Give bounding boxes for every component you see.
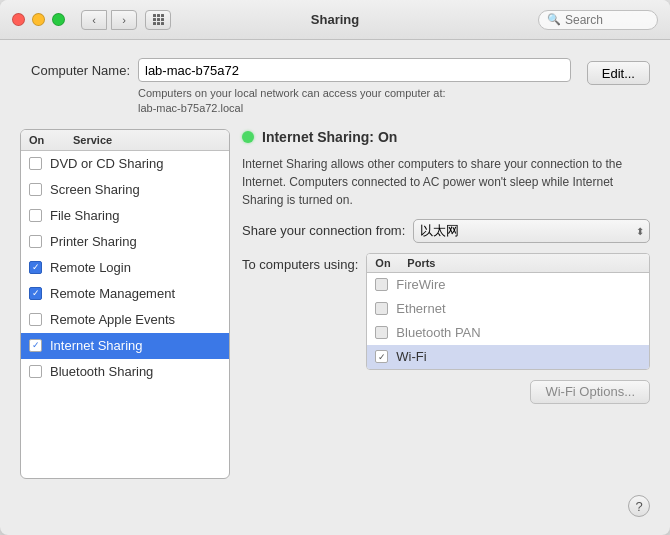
- port-name: Wi-Fi: [396, 349, 426, 364]
- minimize-button[interactable]: [32, 13, 45, 26]
- port-name: Bluetooth PAN: [396, 325, 480, 340]
- sharing-status: Internet Sharing: On: [242, 129, 650, 145]
- remote-apple-events-checkbox[interactable]: [29, 313, 42, 326]
- service-name: Internet Sharing: [50, 338, 143, 353]
- service-name: Remote Login: [50, 260, 131, 275]
- status-title: Internet Sharing: On: [262, 129, 397, 145]
- grid-view-button[interactable]: [145, 10, 171, 30]
- service-col-on: On: [29, 134, 57, 146]
- service-list: On Service DVD or CD Sharing Screen Shar…: [20, 129, 230, 479]
- list-item[interactable]: DVD or CD Sharing: [21, 151, 229, 177]
- wifi-checkbox[interactable]: [375, 350, 388, 363]
- service-name: Screen Sharing: [50, 182, 140, 197]
- list-item[interactable]: Bluetooth Sharing: [21, 359, 229, 385]
- help-button[interactable]: ?: [628, 495, 650, 517]
- service-name: Remote Apple Events: [50, 312, 175, 327]
- main-split: On Service DVD or CD Sharing Screen Shar…: [20, 129, 650, 479]
- ports-table: On Ports FireWire Ethernet: [366, 253, 650, 370]
- computer-name-label: Computer Name:: [20, 63, 130, 78]
- titlebar: ‹ › Sharing 🔍: [0, 0, 670, 40]
- list-item[interactable]: Remote Apple Events: [21, 307, 229, 333]
- computer-name-input[interactable]: [138, 58, 571, 82]
- nav-buttons: ‹ ›: [81, 10, 137, 30]
- share-from-select-wrapper: 以太网 Wi-Fi Bluetooth PAN FireWire ⬍: [413, 219, 650, 243]
- ports-header: On Ports: [367, 254, 649, 273]
- share-from-select[interactable]: 以太网 Wi-Fi Bluetooth PAN FireWire: [413, 219, 650, 243]
- right-panel: Internet Sharing: On Internet Sharing al…: [242, 129, 650, 479]
- service-name: Remote Management: [50, 286, 175, 301]
- computer-name-row: Computer Name: Computers on your local n…: [20, 58, 650, 117]
- printer-sharing-checkbox[interactable]: [29, 235, 42, 248]
- internet-sharing-checkbox[interactable]: [29, 339, 42, 352]
- table-row[interactable]: Ethernet: [367, 297, 649, 321]
- ports-col-on: On: [375, 257, 407, 269]
- main-window: ‹ › Sharing 🔍 Computer Name:: [0, 0, 670, 535]
- share-from-row: Share your connection from: 以太网 Wi-Fi Bl…: [242, 219, 650, 243]
- maximize-button[interactable]: [52, 13, 65, 26]
- list-item[interactable]: Remote Management: [21, 281, 229, 307]
- service-name: Bluetooth Sharing: [50, 364, 153, 379]
- list-item[interactable]: Remote Login: [21, 255, 229, 281]
- computer-name-right: Computers on your local network can acce…: [138, 58, 571, 117]
- forward-button[interactable]: ›: [111, 10, 137, 30]
- list-item[interactable]: Printer Sharing: [21, 229, 229, 255]
- list-item[interactable]: Internet Sharing: [21, 333, 229, 359]
- port-name: Ethernet: [396, 301, 445, 316]
- service-list-header: On Service: [21, 130, 229, 151]
- status-dot: [242, 131, 254, 143]
- content-area: Computer Name: Computers on your local n…: [0, 40, 670, 535]
- ports-col-ports: Ports: [407, 257, 435, 269]
- list-item[interactable]: File Sharing: [21, 203, 229, 229]
- search-icon: 🔍: [547, 13, 561, 26]
- sharing-description: Internet Sharing allows other computers …: [242, 155, 650, 209]
- share-from-label: Share your connection from:: [242, 223, 405, 238]
- close-button[interactable]: [12, 13, 25, 26]
- bottom-bar: ?: [20, 491, 650, 521]
- remote-login-checkbox[interactable]: [29, 261, 42, 274]
- port-name: FireWire: [396, 277, 445, 292]
- bluetooth-sharing-checkbox[interactable]: [29, 365, 42, 378]
- firewire-checkbox[interactable]: [375, 278, 388, 291]
- ethernet-checkbox[interactable]: [375, 302, 388, 315]
- to-computers-label: To computers using:: [242, 257, 358, 272]
- to-computers-section: To computers using: On Ports FireWire: [242, 253, 650, 370]
- bluetooth-pan-checkbox[interactable]: [375, 326, 388, 339]
- window-title: Sharing: [311, 12, 359, 27]
- service-name: File Sharing: [50, 208, 119, 223]
- list-item[interactable]: Screen Sharing: [21, 177, 229, 203]
- service-items: DVD or CD Sharing Screen Sharing File Sh…: [21, 151, 229, 478]
- remote-management-checkbox[interactable]: [29, 287, 42, 300]
- table-row[interactable]: Wi-Fi: [367, 345, 649, 369]
- screen-sharing-checkbox[interactable]: [29, 183, 42, 196]
- edit-button[interactable]: Edit...: [587, 61, 650, 85]
- traffic-lights: [12, 13, 65, 26]
- wifi-options-button[interactable]: Wi-Fi Options...: [530, 380, 650, 404]
- table-row[interactable]: FireWire: [367, 273, 649, 297]
- dvd-cd-sharing-checkbox[interactable]: [29, 157, 42, 170]
- service-name: DVD or CD Sharing: [50, 156, 163, 171]
- service-col-service: Service: [73, 134, 112, 146]
- file-sharing-checkbox[interactable]: [29, 209, 42, 222]
- table-row[interactable]: Bluetooth PAN: [367, 321, 649, 345]
- service-name: Printer Sharing: [50, 234, 137, 249]
- grid-icon: [153, 14, 164, 25]
- search-box[interactable]: 🔍: [538, 10, 658, 30]
- search-input[interactable]: [565, 13, 645, 27]
- computer-name-sub: Computers on your local network can acce…: [138, 86, 571, 117]
- back-button[interactable]: ‹: [81, 10, 107, 30]
